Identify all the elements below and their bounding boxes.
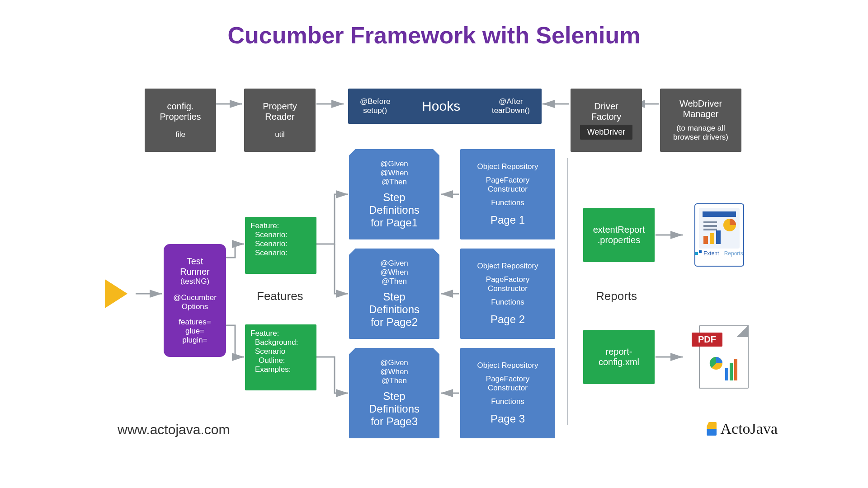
pdf-file-icon: PDF [699,325,749,389]
f2-d: Outline: [259,356,285,365]
svg-rect-26 [734,359,737,380]
hooks-before-fn: setup() [360,106,390,115]
sd1-a: Step [383,191,405,204]
hooks-box: @Before setup() Hooks @After tearDown() [348,89,542,124]
p1-h3: Constructor [488,185,528,194]
page-title: Cucumber Framework with Selenium [0,22,868,49]
webdriver-chip: WebDriver [580,125,633,140]
svg-rect-20 [716,230,721,244]
svg-rect-19 [710,233,714,244]
f2-e: Examples: [255,365,291,374]
runner-l4: @Cucumber [173,293,217,302]
svg-rect-13 [703,211,736,217]
driver-l1: Driver [594,101,618,112]
f2-c: Scenario [255,347,285,356]
page-2-box: Object Repository PageFactory Constructo… [460,249,555,339]
p2-h1: Object Repository [477,262,538,271]
p1-h1: Object Repository [477,162,538,171]
wdm-sub: (to manage all browser drivers) [664,124,738,142]
pdf-label: PDF [692,333,722,347]
wdm-l1: WebDriver [679,99,722,109]
extent-report-icon: Extent Reports [694,203,744,267]
f1-b: Scenario: [255,230,288,239]
r1a: extentReport [593,225,645,235]
config-l2: Properties [160,112,201,122]
p2-h3: Constructor [488,284,528,293]
runner-l7: glue= [185,327,204,336]
step-def-2-box: @Given @When @Then Step Definitions for … [349,249,439,339]
test-runner-box: Test Runner (testNG) @Cucumber Options f… [164,244,226,357]
sd2-given: @Given [380,259,408,268]
sd3-c: for Page3 [371,415,418,428]
wdm-l2: Manager [683,109,719,119]
report-config-xml-box: report- config.xml [583,330,655,384]
features-label: Features [257,289,303,303]
p3-h2: PageFactory [486,375,529,384]
sd1-when: @When [380,169,408,178]
step-def-1-box: @Given @When @Then Step Definitions for … [349,149,439,239]
p3-h1: Object Repository [477,361,538,370]
svg-rect-16 [703,225,717,227]
reports-label: Reports [596,289,637,303]
sd2-then: @Then [382,277,407,286]
f2-b: Background: [255,338,298,347]
sd2-b: Definitions [369,303,420,316]
reader-sub: util [275,130,285,139]
sd3-b: Definitions [369,403,420,415]
svg-rect-21 [695,252,698,255]
p2-h4: Functions [491,298,524,307]
runner-l5: Options [182,302,208,311]
f1-d: Scenario: [255,249,288,258]
sd1-then: @Then [382,178,407,187]
config-l1: config. [167,101,194,111]
sd2-a: Step [383,291,405,303]
sd3-when: @When [380,367,408,376]
sd1-c: for Page1 [371,216,418,229]
r2a: report- [606,347,632,357]
driver-l2: Factory [591,112,622,122]
svg-rect-17 [703,229,717,230]
property-reader-box: Property Reader util [244,89,316,152]
hooks-after-anno: @After [492,97,530,106]
sd2-c: for Page2 [371,316,418,328]
brand-mark-icon [707,422,717,436]
page-3-box: Object Repository PageFactory Constructo… [460,348,555,438]
p1-h4: Functions [491,198,524,207]
svg-rect-24 [725,368,728,380]
sd2-when: @When [380,268,408,277]
f1-a: Feature: [250,221,279,230]
brand-text: ActoJava [720,420,778,437]
p2-title: Page 2 [491,313,525,326]
runner-l6: features= [179,318,211,327]
p3-h4: Functions [491,397,524,406]
extent-caption-1: Extent [703,250,719,257]
hooks-title: Hooks [422,99,460,114]
driver-factory-box: Driver Factory WebDriver [571,89,642,152]
p2-h2: PageFactory [486,275,529,284]
svg-rect-22 [699,250,702,253]
r2b: config.xml [599,357,639,367]
f2-a: Feature: [250,329,279,338]
reader-l2: Reader [265,112,295,122]
brand-logo: ActoJava [707,420,778,437]
config-properties-box: config. Properties file [145,89,216,152]
sd1-given: @Given [380,160,408,169]
config-sub: file [175,130,185,139]
r1b: .properties [598,235,641,245]
sd3-given: @Given [380,358,408,367]
svg-rect-15 [703,221,717,223]
extent-report-props-box: extentReport .properties [583,208,655,262]
reader-l1: Property [263,101,297,111]
runner-l2: Runner [180,267,210,277]
webdriver-manager-box: WebDriver Manager (to manage all browser… [660,89,741,152]
p1-h2: PageFactory [486,176,529,185]
p1-title: Page 1 [491,214,525,226]
sd3-then: @Then [382,376,407,385]
step-def-3-box: @Given @When @Then Step Definitions for … [349,348,439,438]
svg-rect-25 [730,363,733,380]
runner-l3: (testNG) [180,277,209,286]
p3-h3: Constructor [488,384,528,393]
page-1-box: Object Repository PageFactory Constructo… [460,149,555,239]
hooks-before-anno: @Before [360,97,390,106]
footer-url: www.actojava.com [118,422,230,437]
